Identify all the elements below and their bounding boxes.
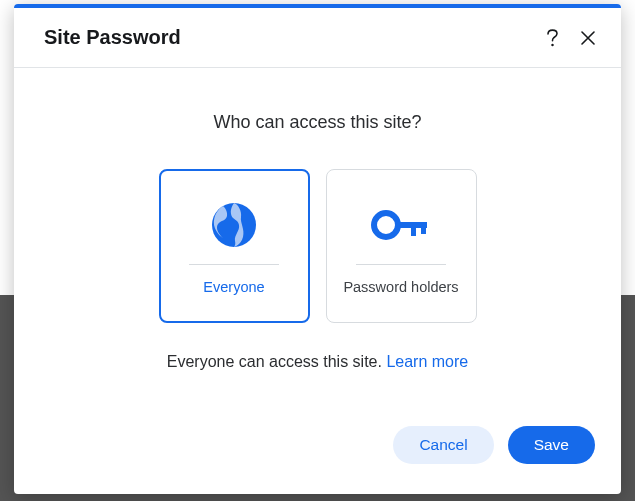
access-question: Who can access this site?	[213, 112, 421, 133]
modal-header: Site Password	[14, 8, 621, 68]
svg-rect-5	[421, 222, 426, 234]
cancel-button[interactable]: Cancel	[393, 426, 493, 464]
option-divider	[189, 264, 279, 265]
option-everyone[interactable]: Everyone	[159, 169, 310, 323]
globe-icon	[210, 196, 258, 254]
modal-title: Site Password	[44, 26, 543, 49]
access-description: Everyone can access this site. Learn mor…	[167, 353, 468, 371]
modal-body: Who can access this site? Everyone	[14, 68, 621, 426]
svg-point-0	[551, 43, 553, 45]
svg-rect-4	[411, 222, 416, 236]
help-icon[interactable]	[543, 29, 561, 47]
learn-more-link[interactable]: Learn more	[386, 353, 468, 370]
option-label-password-holders: Password holders	[343, 279, 458, 295]
header-actions	[543, 29, 597, 47]
key-icon	[371, 196, 431, 254]
description-text: Everyone can access this site.	[167, 353, 387, 370]
access-options: Everyone Password holders	[159, 169, 477, 323]
save-button[interactable]: Save	[508, 426, 595, 464]
option-label-everyone: Everyone	[203, 279, 264, 295]
svg-point-2	[374, 213, 398, 237]
site-password-modal: Site Password Who can access this site?	[14, 4, 621, 494]
option-divider	[356, 264, 446, 265]
option-password-holders[interactable]: Password holders	[326, 169, 477, 323]
close-icon[interactable]	[579, 29, 597, 47]
modal-footer: Cancel Save	[14, 426, 621, 494]
